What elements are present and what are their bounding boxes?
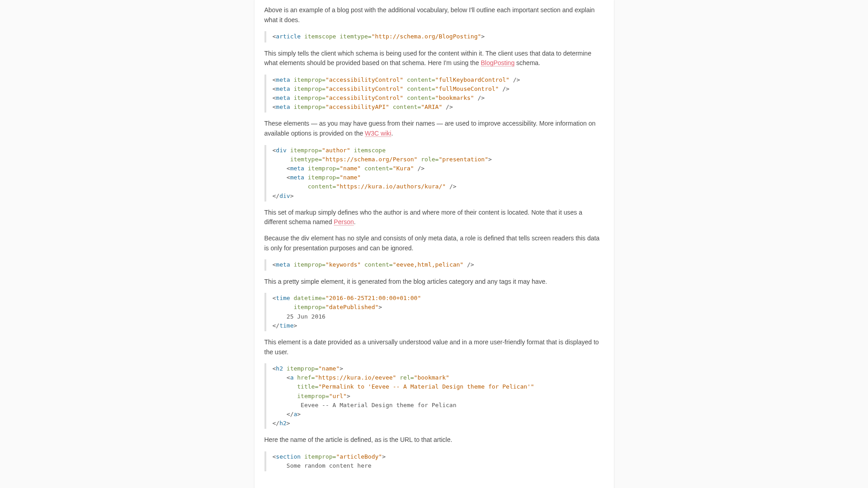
text: schema. xyxy=(514,59,540,66)
code-article-open: <article itemscope itemtype="http://sche… xyxy=(264,31,604,42)
article-body: Above is an example of a blog post with … xyxy=(264,0,604,471)
code-author-div: <div itemprop="author" itemscope itemtyp… xyxy=(264,145,604,202)
paragraph-schema: This simply tells the client which schem… xyxy=(264,49,604,68)
paragraph-role-presentation: Because the div element has no style and… xyxy=(264,234,604,253)
text: These elements — as you may have guess f… xyxy=(264,120,596,137)
text: . xyxy=(354,218,356,225)
text: This simply tells the client which schem… xyxy=(264,50,591,67)
link-person[interactable]: Person xyxy=(334,218,354,225)
article-container: Above is an example of a blog post with … xyxy=(255,0,614,488)
code-h2-link: <h2 itemprop="name"> <a href="https://ku… xyxy=(264,363,604,429)
link-w3c-wiki[interactable]: W3C wiki xyxy=(365,130,391,137)
link-blogposting[interactable]: BlogPosting xyxy=(481,59,514,66)
paragraph-article-name: Here the name of the article is defined,… xyxy=(264,435,604,445)
paragraph-author-schema: This set of markup simply defines who th… xyxy=(264,208,604,227)
paragraph-keywords: This a pretty simple element, it is gene… xyxy=(264,277,604,287)
paragraph-accessibility: These elements — as you may have guess f… xyxy=(264,119,604,138)
text: . xyxy=(391,130,393,137)
intro-paragraph: Above is an example of a blog post with … xyxy=(264,5,604,25)
code-time-element: <time datetime="2016-06-25T21:00:00+01:0… xyxy=(264,293,604,331)
code-accessibility-meta: <meta itemprop="accessibilityControl" co… xyxy=(264,75,604,113)
code-keywords-meta: <meta itemprop="keywords" content="eevee… xyxy=(264,259,604,270)
paragraph-date: This element is a date provided as a uni… xyxy=(264,338,604,357)
code-section-body: <section itemprop="articleBody"> Some ra… xyxy=(264,451,604,471)
text: This set of markup simply defines who th… xyxy=(264,209,582,226)
